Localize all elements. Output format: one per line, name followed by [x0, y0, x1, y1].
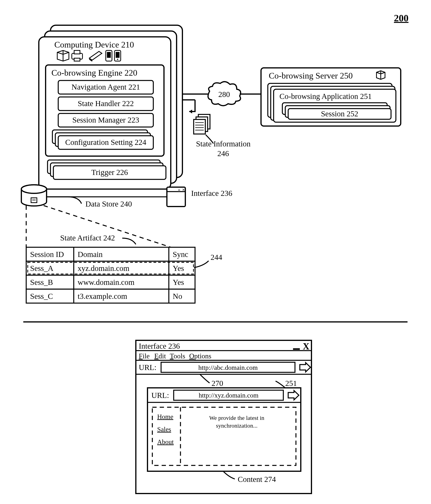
engine-title: Co-browsing Engine 220	[51, 68, 137, 78]
server-title: Co-browsing Server 250	[269, 71, 353, 81]
trigger-label: Trigger 226	[92, 168, 128, 177]
network-label: 280	[218, 90, 230, 99]
table-cell: Sess_A	[30, 264, 53, 273]
state-info-label: State Information	[196, 139, 250, 148]
table-cell: t3.example.com	[78, 292, 127, 301]
datastore-label: Data Store 240	[85, 199, 132, 208]
nav-link[interactable]: About	[157, 438, 174, 445]
menu-item[interactable]: Edit	[154, 352, 166, 360]
outer-url-value: http://abc.domain.com	[198, 364, 258, 371]
svg-marker-35	[189, 109, 192, 113]
engine-item: Configuration Setting 224	[65, 138, 146, 147]
table-cell: Sess_C	[30, 292, 53, 301]
outer-url-ref: 270	[211, 379, 223, 388]
table-cell: Yes	[173, 278, 184, 287]
network-cloud: 280	[208, 82, 241, 106]
engine-item: Session Manager 223	[72, 116, 139, 124]
nav-link[interactable]: Sales	[157, 426, 171, 433]
svg-rect-38	[194, 119, 205, 134]
session-stack: Session 252	[282, 103, 391, 119]
table-header: Session ID	[30, 250, 64, 259]
inner-ref: 251	[285, 379, 297, 388]
interface-label: Interface 236	[191, 189, 232, 198]
browser-window: Interface 236 X File Edit Tools Options …	[136, 340, 312, 494]
content-label: Content 274	[238, 475, 276, 484]
svg-rect-22	[31, 198, 37, 203]
table-header: Sync	[173, 250, 188, 259]
table-header: Domain	[78, 250, 103, 259]
state-info-docs	[189, 108, 210, 134]
state-artifact-label: State Artifact 242	[60, 234, 115, 242]
menu-item[interactable]: Tools	[170, 352, 185, 360]
figure-number: 200	[394, 13, 409, 23]
server-app-title: Co-browsing Application 251	[279, 92, 372, 101]
svg-rect-9	[116, 52, 119, 58]
menu-item[interactable]: File	[139, 352, 150, 360]
state-info-num: 246	[217, 149, 229, 158]
svg-point-10	[117, 59, 118, 60]
server-cube-icon	[376, 71, 385, 79]
close-icon[interactable]: X	[303, 341, 310, 351]
svg-rect-4	[74, 50, 80, 54]
content-text: We provide the latest in	[209, 414, 264, 421]
interface-mini-window: ✕	[167, 187, 185, 207]
table-cell: www.domain.com	[78, 278, 135, 287]
datastore-icon	[21, 185, 46, 206]
content-text: synchronization...	[216, 422, 257, 429]
phone-icon	[106, 50, 112, 61]
svg-rect-7	[107, 52, 111, 58]
menu-item[interactable]: Options	[189, 352, 211, 360]
svg-rect-5	[74, 58, 80, 61]
engine-item: State Handler 222	[78, 99, 134, 108]
computing-device-title: Computing Device 210	[54, 40, 134, 49]
nav-link[interactable]: Home	[157, 413, 173, 420]
engine-items: Navigation Agent 221 State Handler 222 S…	[52, 81, 153, 149]
table-cell: Sess_B	[30, 278, 53, 287]
table-cell: Yes	[173, 264, 184, 273]
svg-point-21	[21, 185, 46, 193]
inner-url-value: http://xyz.domain.com	[199, 392, 258, 399]
session-label: Session 252	[321, 109, 358, 118]
url-label: URL:	[151, 391, 169, 400]
svg-text:✕: ✕	[182, 188, 185, 192]
engine-item: Navigation Agent 221	[71, 83, 140, 91]
phone-icon	[114, 50, 121, 61]
trigger-box: Trigger 226	[47, 160, 166, 179]
row-ref: 244	[211, 253, 222, 261]
table-cell: No	[173, 292, 182, 301]
browser-title: Interface 236	[139, 342, 180, 351]
url-label: URL:	[139, 363, 156, 372]
table-cell: xyz.domain.com	[78, 264, 129, 273]
cube-icon	[57, 50, 69, 61]
state-artifact-table: Session ID Domain Sync Sess_A xyz.domain…	[26, 247, 195, 303]
